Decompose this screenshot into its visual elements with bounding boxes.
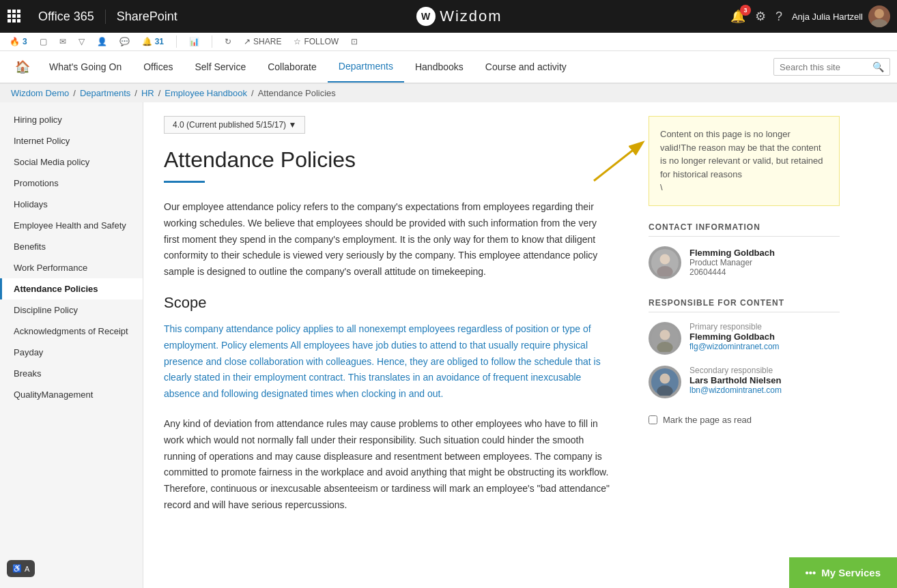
accessibility-label: A (25, 565, 29, 573)
top-bar-right: 🔔 3 ⚙ ? Anja Julia Hartzell (730, 5, 890, 27)
fire-toolbar-item[interactable]: 🔥 3 (7, 35, 30, 48)
secondary-responsible-avatar (649, 366, 681, 398)
sidebar-item-internet-policy[interactable]: Internet Policy (0, 130, 143, 151)
notification-badge: 3 (740, 5, 751, 16)
svg-rect-8 (17, 19, 20, 23)
settings-icon[interactable]: ⚙ (755, 9, 766, 24)
my-services-label: My Services (821, 567, 881, 578)
accessibility-icon[interactable]: ♿ A (7, 560, 35, 577)
secondary-name: Lars Barthold Nielsen (689, 375, 782, 385)
contact-card: Flemming Goldbach Product Manager 206044… (649, 246, 840, 279)
primary-email: flg@wizdomintranet.com (689, 342, 780, 351)
contact-phone: 20604444 (689, 267, 775, 277)
refresh-toolbar-item[interactable]: ↻ (222, 35, 234, 48)
nav-item-collaborate[interactable]: Collaborate (257, 52, 328, 82)
search-input[interactable] (780, 62, 868, 72)
refresh-icon: ↻ (225, 37, 231, 46)
svg-point-10 (871, 19, 887, 27)
notification-bell-icon[interactable]: 🔔 3 (730, 9, 745, 24)
star-icon: ☆ (294, 37, 301, 46)
breadcrumb-employee-handbook[interactable]: Employee Handbook (165, 88, 247, 98)
contact-avatar (649, 246, 681, 279)
user-avatar (868, 5, 890, 27)
copy-toolbar-item[interactable]: ▢ (37, 35, 50, 48)
office365-label[interactable]: Office 365 (27, 10, 106, 24)
search-box[interactable]: 🔍 (773, 58, 890, 76)
sidebar-item-benefits[interactable]: Benefits (0, 236, 143, 257)
email-icon: ✉ (59, 37, 66, 46)
breadcrumb-current: Attendance Policies (258, 88, 336, 98)
user-name: Anja Julia Hartzell (792, 12, 863, 22)
search-icon[interactable]: 🔍 (872, 61, 884, 72)
sidebar-item-social-media[interactable]: Social Media policy (0, 151, 143, 173)
filter-icon: ▽ (79, 37, 85, 46)
toolbar-divider (176, 35, 177, 48)
nav-item-whats-going-on[interactable]: What's Going On (38, 52, 132, 82)
nav-item-departments[interactable]: Departments (328, 51, 404, 83)
sidebar-item-acknowledgments[interactable]: Acknowledgments of Receipt (0, 321, 143, 342)
alert-icon: 🔔 (142, 37, 152, 46)
grid-icon[interactable] (7, 9, 20, 25)
svg-rect-6 (8, 19, 11, 23)
mark-read-label[interactable]: Mark the page as read (663, 415, 752, 425)
mark-read-checkbox[interactable] (649, 415, 657, 424)
notice-postfix: \ (660, 182, 663, 192)
email-toolbar-item[interactable]: ✉ (57, 35, 69, 48)
svg-point-19 (660, 373, 670, 383)
sharepoint-label[interactable]: SharePoint (106, 10, 188, 24)
alert-count: 31 (155, 37, 164, 46)
share-toolbar-item[interactable]: ↗ SHARE (241, 35, 284, 48)
expand-toolbar-item[interactable]: ⊡ (348, 35, 360, 48)
breadcrumb-departments[interactable]: Departments (80, 88, 130, 98)
follow-toolbar-item[interactable]: ☆ FOLLOW (291, 35, 341, 48)
fire-count: 3 (23, 37, 27, 46)
nav-item-course-activity[interactable]: Course and activity (474, 52, 578, 82)
comment-toolbar-item[interactable]: 💬 (117, 35, 132, 48)
analytics-toolbar-item[interactable]: 📊 (186, 35, 202, 48)
version-label: 4.0 (Current published 5/15/17) ▼ (173, 120, 296, 130)
intro-text: Our employee attendance policy refers to… (164, 199, 614, 280)
content-area: 4.0 (Current published 5/15/17) ▼ Attend… (143, 102, 635, 588)
home-nav-item[interactable]: 🏠 (7, 59, 38, 74)
sidebar-item-work-performance[interactable]: Work Performance (0, 257, 143, 278)
svg-rect-2 (17, 10, 20, 13)
sidebar-item-payday[interactable]: Payday (0, 342, 143, 363)
sidebar-item-discipline-policy[interactable]: Discipline Policy (0, 299, 143, 321)
nav-item-offices[interactable]: Offices (132, 52, 184, 82)
sidebar-item-breaks[interactable]: Breaks (0, 363, 143, 384)
my-services-dots: ••• (806, 567, 816, 578)
user-toolbar-item[interactable]: 👤 (94, 35, 110, 48)
deviation-text: Any kind of deviation from attendance ru… (164, 416, 614, 514)
sidebar-item-employee-health[interactable]: Employee Health and Safety (0, 215, 143, 236)
wizdom-logo: W Wizdom (188, 7, 730, 26)
secondary-responsible-info: Secondary responsible Lars Barthold Niel… (689, 366, 782, 395)
svg-point-16 (660, 329, 670, 340)
sidebar-item-promotions[interactable]: Promotions (0, 173, 143, 194)
sidebar-item-holidays[interactable]: Holidays (0, 194, 143, 215)
secondary-email: lbn@wizdomintranet.com (689, 385, 782, 395)
nav-item-handbooks[interactable]: Handbooks (404, 52, 474, 82)
version-dropdown[interactable]: 4.0 (Current published 5/15/17) ▼ (164, 116, 305, 134)
filter-toolbar-item[interactable]: ▽ (76, 35, 87, 48)
expand-icon: ⊡ (351, 37, 358, 46)
primary-role: Primary responsible (689, 322, 780, 332)
responsible-section-label: RESPONSIBLE FOR CONTENT (649, 298, 840, 312)
primary-responsible-avatar (649, 322, 681, 355)
my-services-button[interactable]: ••• My Services (789, 557, 898, 588)
responsible-section: RESPONSIBLE FOR CONTENT Primary responsi… (649, 298, 840, 398)
right-panel: Content on this page is no longer valid!… (635, 102, 853, 588)
help-icon[interactable]: ? (775, 10, 782, 24)
nav-item-self-service[interactable]: Self Service (184, 52, 257, 82)
accessibility-symbol: ♿ (12, 564, 22, 573)
copy-icon: ▢ (40, 37, 47, 46)
alert-toolbar-item[interactable]: 🔔 31 (139, 35, 167, 48)
breadcrumb-hr[interactable]: HR (141, 88, 154, 98)
svg-rect-1 (12, 10, 16, 13)
sidebar-item-quality-management[interactable]: QualityManagement (0, 384, 143, 405)
user-profile[interactable]: Anja Julia Hartzell (792, 5, 890, 27)
contact-section: CONTACT INFORMATION Flemming Goldbach Pr… (649, 222, 840, 279)
sidebar-item-attendance-policies[interactable]: Attendance Policies (0, 278, 143, 299)
breadcrumb-wizdom[interactable]: Wizdom Demo (11, 88, 69, 98)
share-label: SHARE (253, 37, 281, 46)
sidebar-item-hiring-policy[interactable]: Hiring policy (0, 109, 143, 130)
